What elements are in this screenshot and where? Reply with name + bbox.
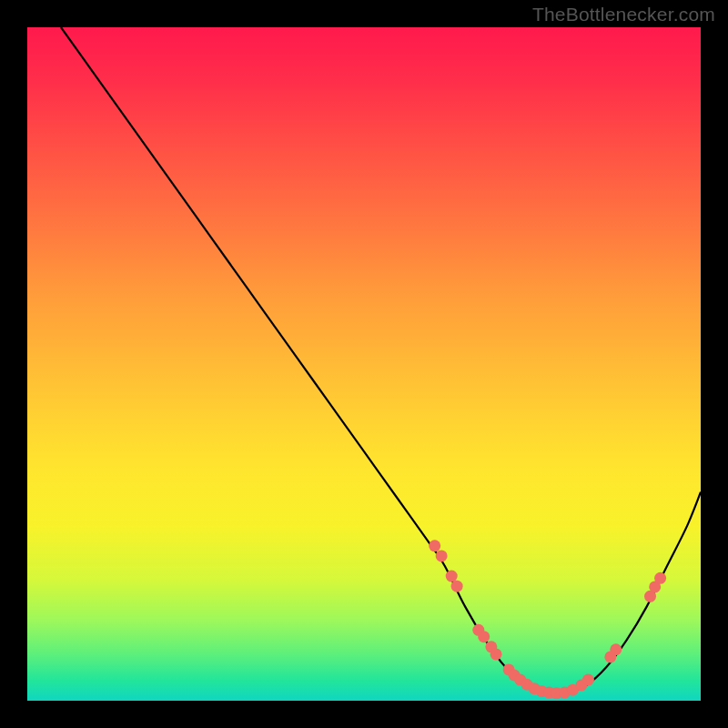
data-marker (610, 643, 622, 655)
bottleneck-curve (61, 27, 701, 693)
data-marker (654, 572, 666, 584)
data-marker (582, 674, 594, 686)
data-marker (436, 550, 448, 561)
marker-group (429, 540, 666, 699)
data-marker (451, 581, 463, 592)
data-marker (446, 571, 458, 582)
chart-svg (27, 27, 701, 701)
data-marker (478, 631, 490, 642)
data-marker (490, 648, 502, 660)
plot-area (27, 27, 701, 701)
data-marker (429, 540, 440, 551)
watermark-text: TheBottlenecker.com (532, 4, 715, 25)
